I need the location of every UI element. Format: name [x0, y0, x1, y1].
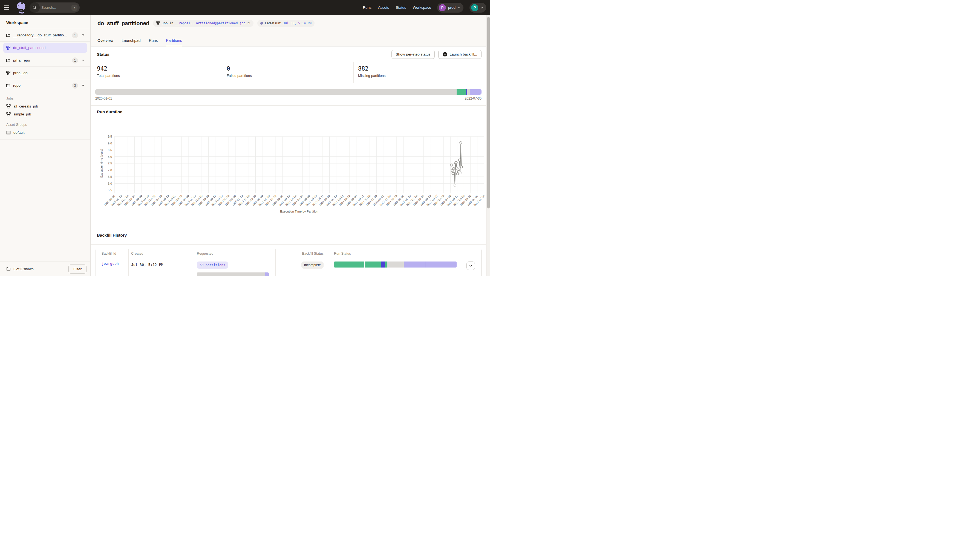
- backfill-requested-cell: 60 partitions 2020-01-01 2022-07-30: [194, 258, 276, 276]
- search-bar[interactable]: /: [30, 2, 80, 13]
- backfill-history-heading: Backfill History: [97, 233, 127, 238]
- deployment-avatar: P: [439, 4, 446, 11]
- chevron-down-icon: [458, 7, 460, 8]
- nav-link-assets[interactable]: Assets: [378, 5, 389, 10]
- sidebar-item-prha-repo[interactable]: prha_repo1: [0, 54, 90, 67]
- sidebar-item-label: prha_repo: [13, 58, 69, 62]
- user-menu[interactable]: P: [469, 3, 486, 13]
- backfill-table-header: Backfill IdCreatedRequestedBackfill Stat…: [96, 249, 481, 258]
- tab-partitions[interactable]: Partitions: [166, 38, 182, 46]
- backfill-status-chip: Incomplete: [301, 262, 324, 269]
- tab-overview[interactable]: Overview: [97, 38, 113, 46]
- svg-text:9.5: 9.5: [108, 135, 112, 138]
- sidebar-item-repository-do-stuff-partitio[interactable]: __repository__do_stuff_partitio...1: [0, 29, 90, 41]
- partition-status-bar[interactable]: [95, 89, 482, 95]
- sidebar-item-label: simple_job: [13, 112, 31, 116]
- refresh-icon[interactable]: ↻: [247, 21, 250, 25]
- svg-text:7.5: 7.5: [108, 162, 112, 165]
- sidebar-sections: Jobsall_cereals_jobsimple_jobAsset Group…: [0, 92, 90, 140]
- sidebar-item-do-stuff-partitioned[interactable]: do_stuff_partitioned: [0, 41, 90, 54]
- repository-list: __repository__do_stuff_partitio...1do_st…: [0, 29, 90, 92]
- run-status-dot: [260, 22, 263, 25]
- stat-failed-partitions: 0 Failed partitions: [222, 62, 353, 83]
- filter-button[interactable]: Filter: [68, 265, 86, 274]
- requested-progress-bar: [197, 273, 269, 276]
- sidebar-section-label-jobs: Jobs: [0, 92, 90, 102]
- backfill-id-link[interactable]: jozrgsbh: [102, 262, 119, 266]
- svg-text:Execution Time by Partition: Execution Time by Partition: [280, 210, 318, 213]
- bar-segment: [467, 89, 470, 95]
- menu-icon[interactable]: [4, 4, 11, 11]
- failed-partitions-label: Failed partitions: [227, 74, 353, 78]
- column-header-created: Created: [129, 249, 194, 258]
- caret-down-icon[interactable]: [82, 35, 84, 36]
- svg-text:8.0: 8.0: [108, 155, 112, 159]
- column-header-backfill-id: Backfill Id: [96, 249, 129, 258]
- sidebar-item-label: prha_job: [13, 71, 84, 75]
- sidebar-item-label: default: [13, 130, 25, 135]
- folder-icon: [6, 267, 11, 271]
- scrollbar[interactable]: [486, 15, 490, 276]
- deployment-switcher[interactable]: P prod: [437, 3, 463, 13]
- bar-segment: [404, 262, 426, 268]
- svg-text:8.5: 8.5: [108, 148, 112, 152]
- backfill-table: Backfill IdCreatedRequestedBackfill Stat…: [95, 249, 482, 276]
- launch-backfill-label: Launch backfill...: [450, 52, 477, 56]
- nav-link-runs[interactable]: Runs: [363, 5, 371, 10]
- page-header: do_stuff_partitioned Job in __reposi...a…: [91, 15, 486, 46]
- latest-run-tag: Latest run: Jul 30, 5:14 PM: [257, 20, 315, 27]
- expand-row-button[interactable]: [466, 262, 475, 270]
- job-icon: [6, 71, 10, 75]
- bar-segment: [387, 262, 404, 268]
- run-status-bar[interactable]: [334, 262, 457, 268]
- backfill-table-row: jozrgsbh Jul 30, 5:12 PM 60 partitions 2…: [96, 258, 481, 276]
- total-partitions-value: 942: [97, 65, 222, 72]
- page-title: do_stuff_partitioned: [97, 20, 149, 27]
- stat-total-partitions: 942 Total partitions: [91, 62, 222, 83]
- status-heading: Status: [97, 52, 110, 57]
- tab-launchpad[interactable]: Launchpad: [121, 38, 140, 46]
- job-icon: [6, 46, 10, 50]
- sidebar-item-default[interactable]: default: [0, 128, 90, 136]
- latest-run-label: Latest run:: [265, 21, 281, 25]
- job-tag-link[interactable]: __reposi...artitioned@partitioned_job: [175, 21, 245, 25]
- chevron-down-icon: [469, 265, 472, 267]
- scrollbar-thumb[interactable]: [487, 17, 490, 208]
- shown-count: 3 of 3 shown: [13, 267, 34, 271]
- sidebar-footer: 3 of 3 shown Filter: [0, 262, 90, 276]
- sidebar-item-repo[interactable]: repo3: [0, 79, 90, 92]
- item-count-badge: 1: [72, 57, 78, 63]
- total-partitions-label: Total partitions: [97, 74, 222, 78]
- run-duration-chart[interactable]: 2020-01-012020-01-182020-02-042020-02-21…: [91, 128, 486, 219]
- tab-runs[interactable]: Runs: [149, 38, 158, 46]
- caret-down-icon[interactable]: [82, 85, 84, 86]
- show-per-step-status-button[interactable]: Show per-step status: [391, 50, 435, 59]
- folder-icon: [6, 33, 10, 38]
- partition-bar-end-date: 2022-07-30: [465, 97, 482, 100]
- tab-bar: OverviewLaunchpadRunsPartitions: [97, 38, 182, 46]
- sidebar-item-prha-job[interactable]: prha_job: [0, 67, 90, 79]
- sidebar-item-simple-job[interactable]: simple_job: [0, 110, 90, 118]
- folder-icon: [6, 58, 10, 63]
- nav-link-workspace[interactable]: Workspace: [413, 5, 431, 10]
- sidebar-item-label: all_cereals_job: [13, 104, 38, 108]
- search-input[interactable]: [40, 5, 72, 10]
- latest-run-link[interactable]: Jul 30, 5:14 PM: [283, 21, 312, 25]
- requested-partitions-chip[interactable]: 60 partitions: [197, 262, 228, 269]
- svg-text:Execution time (secs): Execution time (secs): [100, 149, 103, 178]
- nav-link-status[interactable]: Status: [396, 5, 406, 10]
- job-icon: [6, 104, 11, 109]
- deployment-label: prod: [448, 5, 455, 10]
- bar-segment: [364, 262, 381, 268]
- partition-status-section: 2020-01-01 2022-07-30: [91, 83, 486, 106]
- job-icon: [156, 21, 160, 25]
- launch-backfill-button[interactable]: Launch backfill...: [438, 50, 482, 59]
- sidebar-section-label-asset-groups: Asset Groups: [0, 118, 90, 128]
- dagster-logo[interactable]: [15, 1, 27, 15]
- failed-partitions-value: 0: [227, 65, 353, 72]
- plus-circle-icon: [443, 52, 447, 57]
- workspace-sidebar: Workspace __repository__do_stuff_partiti…: [0, 15, 91, 276]
- caret-down-icon[interactable]: [82, 60, 84, 61]
- backfill-status-cell: Incomplete: [276, 258, 327, 276]
- sidebar-item-all-cereals-job[interactable]: all_cereals_job: [0, 102, 90, 110]
